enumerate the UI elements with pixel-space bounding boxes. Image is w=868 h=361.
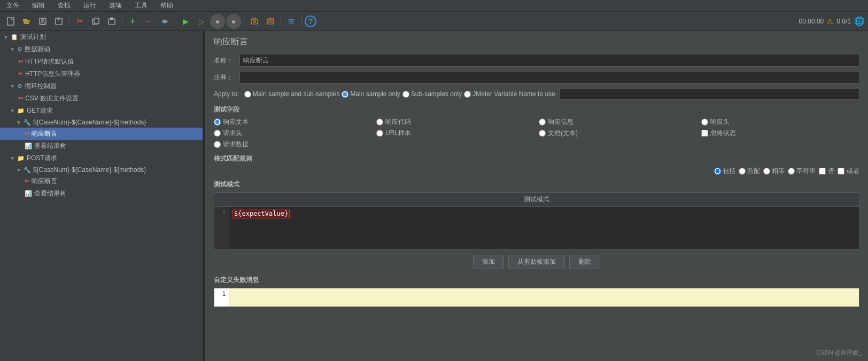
tree-item-result-tree-post[interactable]: 📊查看结果树 xyxy=(0,187,203,200)
tree-icon-http-defaults: ✂ xyxy=(18,58,23,65)
svg-rect-8 xyxy=(94,18,99,23)
editor-content[interactable]: ${expectValue} xyxy=(229,207,859,249)
field-url-sample[interactable]: URL样本 xyxy=(376,129,534,138)
apply-main-only[interactable]: Main sample only xyxy=(342,90,400,98)
pattern-section-title: 模式匹配规则 xyxy=(214,154,859,163)
delete-button[interactable]: 删除 xyxy=(569,255,600,269)
menu-run[interactable]: 运行 xyxy=(81,0,98,11)
menu-bar: 文件 编辑 查找 运行 选项 工具 帮助 xyxy=(0,0,868,12)
tree-label-case-methods-get: ${CaseNum}-${CaseName}-${methods} xyxy=(33,119,146,126)
cut-button[interactable]: ✂ xyxy=(72,14,87,29)
saveas-button[interactable] xyxy=(51,14,66,29)
expand-icon-case-methods-post: ▼ xyxy=(16,167,21,173)
field-request-header[interactable]: 请求头 xyxy=(214,129,372,138)
save-button[interactable] xyxy=(35,14,50,29)
custom-fail-content[interactable] xyxy=(229,288,859,307)
open-button[interactable] xyxy=(19,14,34,29)
tree-item-get-req[interactable]: ▼📁GET请求 xyxy=(0,105,203,117)
stop-button[interactable]: ● xyxy=(210,14,225,29)
pattern-or[interactable]: 或者 xyxy=(838,167,859,176)
menu-tools[interactable]: 工具 xyxy=(133,0,150,11)
tree-item-case-methods-get[interactable]: ▼🔧${CaseNum}-${CaseName}-${methods} xyxy=(0,117,203,128)
paste-clipboard-button[interactable]: 从剪贴板添加 xyxy=(508,255,565,269)
tree-item-response-assert-post[interactable]: ✂响应断言 xyxy=(0,175,203,187)
main-layout: ▼📋测试计划▼⚙数据驱动✂HTTP请求默认值✂HTTP信息头管理器▼⚙循环控制器… xyxy=(0,31,868,361)
field-response-code[interactable]: 响应代码 xyxy=(376,117,534,127)
new-button[interactable] xyxy=(3,14,18,29)
help-button[interactable]: ? xyxy=(305,15,316,27)
start-nopause-button[interactable]: ▷ xyxy=(194,14,209,29)
pattern-equal[interactable]: 相等 xyxy=(763,167,785,176)
field-response-text[interactable]: 响应文本 xyxy=(214,117,372,127)
tree-item-result-tree-get[interactable]: 📊查看结果树 xyxy=(0,140,203,152)
field-response-msg[interactable]: 响应信息 xyxy=(539,117,697,127)
watermark: CSDN @程序媛_ xyxy=(816,349,862,357)
tree-item-csv-data[interactable]: ✂CSV 数据文件设置 xyxy=(0,92,203,105)
paste-button[interactable] xyxy=(104,14,119,29)
tree-label-result-tree-get: 查看结果树 xyxy=(34,142,66,151)
apply-main-sub[interactable]: Main sample and sub-samples xyxy=(244,90,340,98)
start-button[interactable]: ▶ xyxy=(178,14,193,29)
pattern-negate[interactable]: 否 xyxy=(819,167,834,176)
field-request-data[interactable]: 请求数据 xyxy=(214,140,372,149)
add-button[interactable]: 添加 xyxy=(473,255,504,269)
action-buttons-row: 添加 从剪贴板添加 删除 xyxy=(214,255,859,269)
toggle-button[interactable] xyxy=(157,14,172,29)
field-document-text[interactable]: 文档(文本) xyxy=(539,129,697,138)
comment-input[interactable] xyxy=(239,71,859,84)
name-label: 名称： xyxy=(214,56,235,65)
tree-label-result-tree-post: 查看结果树 xyxy=(34,189,66,198)
sep2 xyxy=(122,16,122,27)
jmeter-var-input[interactable] xyxy=(560,88,859,100)
menu-options[interactable]: 选项 xyxy=(107,0,124,11)
name-input[interactable] xyxy=(239,54,859,67)
field-response-header[interactable]: 响应头 xyxy=(701,117,859,127)
expand-button[interactable]: + xyxy=(125,14,140,29)
search-button[interactable]: ⊞ xyxy=(284,14,299,29)
menu-file[interactable]: 文件 xyxy=(4,0,21,11)
tree-item-loop-ctrl[interactable]: ▼⚙循环控制器 xyxy=(0,80,203,92)
panel-title: 响应断言 xyxy=(214,36,859,48)
custom-fail-editor: 1 xyxy=(214,288,859,307)
tree-label-case-methods-post: ${CaseNum}-${CaseName}-${methods} xyxy=(33,166,146,174)
collapse-button[interactable]: − xyxy=(141,14,156,29)
apply-main-only-radio[interactable] xyxy=(342,91,348,98)
menu-help[interactable]: 帮助 xyxy=(158,0,175,11)
test-mode-editor: 1 ${expectValue} xyxy=(214,207,859,249)
svg-rect-0 xyxy=(7,18,14,25)
shutdown-button[interactable]: ● xyxy=(226,14,241,29)
pattern-match[interactable]: 匹配 xyxy=(739,167,760,176)
field-ignore-status[interactable]: 忽略状态 xyxy=(701,129,859,138)
custom-fail-line-num: 1 xyxy=(214,288,229,307)
comment-label: 注释： xyxy=(214,73,235,82)
tree-item-case-methods-post[interactable]: ▼🔧${CaseNum}-${CaseName}-${methods} xyxy=(0,164,203,175)
apply-sub-only[interactable]: Sub-samples only xyxy=(402,90,462,98)
tree-item-http-defaults[interactable]: ✂HTTP请求默认值 xyxy=(0,56,203,68)
menu-find[interactable]: 查找 xyxy=(56,0,73,11)
apply-label: Apply to: xyxy=(214,90,239,98)
tree-item-data-driven[interactable]: ▼⚙数据驱动 xyxy=(0,43,203,56)
apply-sub-only-radio[interactable] xyxy=(402,91,409,98)
apply-to-row: Apply to: Main sample and sub-samples Ma… xyxy=(214,88,859,100)
tree-label-response-assert-post: 响应断言 xyxy=(32,177,57,186)
test-mode-section: 测试模式 测试模式 1 ${expectValue} xyxy=(214,180,859,249)
sep3 xyxy=(175,16,175,27)
apply-jmeter-var-radio[interactable] xyxy=(464,91,471,98)
pattern-contains[interactable]: 包括 xyxy=(714,167,735,176)
clearall-button[interactable] xyxy=(263,14,278,29)
name-row: 名称： xyxy=(214,54,859,67)
test-field-section-title: 测试字段 xyxy=(214,105,859,114)
apply-jmeter-var[interactable]: JMeter Variable Name to use xyxy=(464,90,555,98)
custom-fail-title: 自定义失败消息 xyxy=(214,276,859,285)
clear-button[interactable] xyxy=(247,14,262,29)
tree-item-test-plan[interactable]: ▼📋测试计划 xyxy=(0,31,203,43)
tree-label-http-headers: HTTP信息头管理器 xyxy=(25,69,80,79)
copy-button[interactable] xyxy=(88,14,103,29)
pattern-string[interactable]: 字符串 xyxy=(788,167,816,176)
tree-item-post-req[interactable]: ▼📁POST请求 xyxy=(0,152,203,164)
tree-item-http-headers[interactable]: ✂HTTP信息头管理器 xyxy=(0,68,203,80)
apply-main-sub-radio[interactable] xyxy=(244,91,251,98)
expand-icon-loop-ctrl: ▼ xyxy=(10,83,15,89)
menu-edit[interactable]: 编辑 xyxy=(30,0,47,11)
tree-item-response-assert-get[interactable]: ✂响应断言 xyxy=(0,128,203,140)
